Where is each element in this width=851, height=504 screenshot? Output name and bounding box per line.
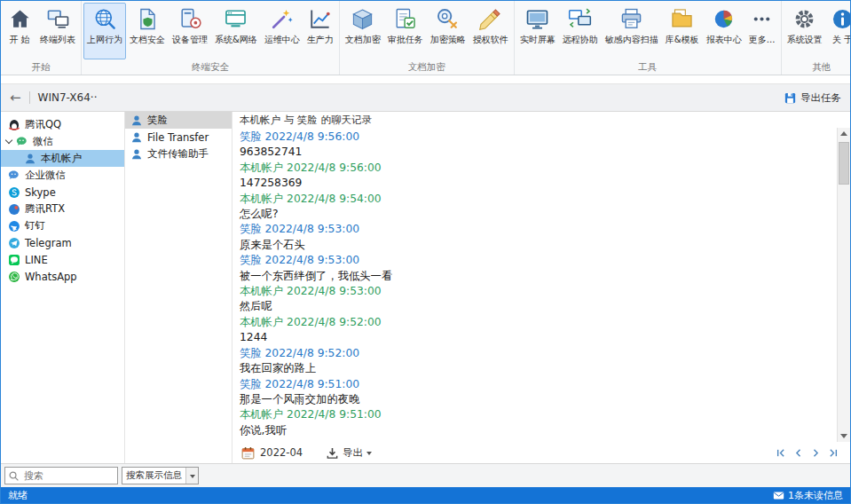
realtime-screen-icon <box>525 7 549 31</box>
more-icon <box>750 7 774 31</box>
chat-footer: 2022-04 导出 <box>232 442 850 463</box>
sidebar-item-dingtalk[interactable]: 钉钉 <box>1 217 124 234</box>
export-task-button[interactable]: 导出任务 <box>784 91 841 105</box>
ribbon-button-device-management[interactable]: 设备管理 <box>169 3 211 59</box>
display-filter-combo[interactable]: 搜索展示信息 <box>122 467 199 484</box>
ribbon-button-document-security[interactable]: 文档安全 <box>126 3 169 59</box>
ribbon-button-system-network[interactable]: 系统&网络 <box>211 3 261 59</box>
message-sender-link[interactable]: 笑脸 2022/4/8 9:56:00 <box>240 130 830 145</box>
sidebar-item-rtx[interactable]: 腾讯RTX <box>1 201 124 217</box>
first-page-button[interactable] <box>775 447 786 459</box>
navigation-toolbar: ← WIN7-X64·· 导出任务 <box>1 83 850 112</box>
last-page-button[interactable] <box>828 447 839 459</box>
sidebar-item-account[interactable]: 本机帐户 <box>1 150 124 167</box>
ribbon-button-more[interactable]: 更多... <box>745 3 779 59</box>
back-button[interactable]: ← <box>10 90 21 106</box>
month-label[interactable]: 2022-04 <box>260 446 303 459</box>
terminal-tab-label[interactable]: WIN7-X64·· <box>38 91 98 104</box>
ribbon-button-library-template[interactable]: 库&模板 <box>662 3 703 59</box>
ribbon-group: 文档加密审批任务加密策略授权软件文档加密 <box>340 1 515 75</box>
account-icon <box>24 153 36 165</box>
ribbon-button-document-encrypt[interactable]: 文档加密 <box>342 3 384 59</box>
search-input[interactable] <box>22 469 114 483</box>
message-sender-link[interactable]: 本机帐户 2022/4/8 9:52:00 <box>240 315 830 330</box>
contact-name: 文件传输助手 <box>147 147 209 161</box>
chat-message: 本机帐户 2022/4/8 9:53:00然后呢 <box>240 284 830 315</box>
sidebar-item-qq[interactable]: 腾讯QQ <box>1 116 124 133</box>
contact-row[interactable]: 文件传输助手 <box>125 146 232 162</box>
sidebar-item-label: 钉钉 <box>25 219 45 232</box>
contact-icon <box>130 131 143 144</box>
sidebar-item-wechat[interactable]: 微信 <box>1 133 124 150</box>
scrollbar-thumb[interactable] <box>839 142 849 185</box>
ribbon-button-home[interactable]: 开 始 <box>3 3 36 59</box>
licensed-software-icon <box>478 7 502 31</box>
contact-row[interactable]: File Transfer <box>125 129 232 146</box>
message-text: 那是一个风雨交加的夜晚 <box>240 392 830 407</box>
ribbon-button-productivity[interactable]: 生产力 <box>303 3 337 59</box>
contact-icon <box>130 114 143 127</box>
prev-page-button[interactable] <box>792 447 804 459</box>
ribbon-button-content-scan[interactable]: 敏感内容扫描 <box>602 3 662 59</box>
sidebar-item-line[interactable]: LINE <box>1 251 124 268</box>
ribbon-button-licensed-software[interactable]: 授权软件 <box>469 3 512 59</box>
message-sender-link[interactable]: 本机帐户 2022/4/8 9:51:00 <box>240 407 830 422</box>
remote-assist-icon <box>568 7 592 31</box>
next-page-button[interactable] <box>810 447 822 459</box>
online-behavior-icon <box>93 7 117 31</box>
sidebar-item-label: 本机帐户 <box>41 152 82 165</box>
message-sender-link[interactable]: 笑脸 2022/4/8 9:53:00 <box>240 253 830 268</box>
combo-dropdown-button[interactable] <box>185 468 198 484</box>
scroll-down-icon[interactable] <box>838 429 850 442</box>
ribbon-button-terminal-list[interactable]: 终端列表 <box>36 3 79 59</box>
ribbon-button-report-center[interactable]: 报表中心 <box>703 3 745 59</box>
sidebar-item-telegram[interactable]: Telegram <box>1 234 124 251</box>
search-icon <box>8 470 20 482</box>
message-sender-link[interactable]: 笑脸 2022/4/8 9:51:00 <box>240 377 830 392</box>
export-button[interactable]: 导出 <box>326 446 372 460</box>
document-security-icon <box>136 7 160 31</box>
export-task-label: 导出任务 <box>800 91 841 105</box>
export-task-icon <box>784 91 797 105</box>
message-sender-link[interactable]: 笑脸 2022/4/8 9:53:00 <box>240 222 830 237</box>
export-label: 导出 <box>343 446 363 460</box>
rtx-icon <box>8 203 20 216</box>
search-input-box[interactable] <box>4 467 118 484</box>
sidebar-item-label: 微信 <box>33 135 53 148</box>
chat-scrollbar[interactable] <box>837 128 850 442</box>
ribbon-button-ops-center[interactable]: 运维中心 <box>261 3 303 59</box>
message-sender-link[interactable]: 本机帐户 2022/4/8 9:54:00 <box>240 192 830 207</box>
status-text: 就绪 <box>8 489 28 502</box>
terminal-list-icon <box>46 7 70 31</box>
unread-indicator[interactable]: 1条未读信息 <box>773 489 843 502</box>
ribbon-button-online-behavior[interactable]: 上网行为 <box>83 3 126 59</box>
calendar-icon[interactable] <box>241 446 255 460</box>
message-sender-link[interactable]: 本机帐户 2022/4/8 9:56:00 <box>240 161 830 176</box>
settings-icon <box>792 7 816 31</box>
scroll-up-icon[interactable] <box>838 128 850 140</box>
ribbon-button-remote-assist[interactable]: 远程协助 <box>559 3 602 59</box>
sidebar-item-wecom[interactable]: 企业微信 <box>1 167 124 184</box>
sidebar-item-whatsapp[interactable]: WhatsApp <box>1 268 124 285</box>
ribbon-button-about[interactable]: 关 于 <box>826 3 850 59</box>
ribbon-button-encrypt-policy[interactable]: 加密策略 <box>427 3 469 59</box>
ribbon-button-label: 文档加密 <box>345 34 381 46</box>
approval-task-icon <box>393 7 417 31</box>
encrypt-policy-icon <box>436 7 460 31</box>
chat-message: 笑脸 2022/4/8 9:56:00963852741 <box>240 130 830 161</box>
ribbon-button-realtime-screen[interactable]: 实时屏幕 <box>516 3 559 59</box>
ribbon-button-settings[interactable]: 系统设置 <box>784 3 826 59</box>
ribbon-group: 上网行为文档安全设备管理系统&网络运维中心生产力终端安全 <box>82 1 340 75</box>
message-sender-link[interactable]: 本机帐户 2022/4/8 9:53:00 <box>240 284 830 299</box>
telegram-icon <box>8 237 20 249</box>
status-bar: 就绪 1条未读信息 <box>1 487 850 503</box>
expand-chevron-icon[interactable] <box>5 137 12 144</box>
sidebar-item-skype[interactable]: Skype <box>1 184 124 201</box>
message-sender-link[interactable]: 笑脸 2022/4/8 9:52:00 <box>240 346 830 361</box>
ribbon-button-label: 远程协助 <box>563 34 598 46</box>
contact-row[interactable]: 笑脸 <box>125 112 232 129</box>
library-template-icon <box>670 7 694 31</box>
report-center-icon <box>712 7 736 31</box>
ribbon-button-approval-task[interactable]: 审批任务 <box>384 3 427 59</box>
home-icon <box>8 7 32 31</box>
